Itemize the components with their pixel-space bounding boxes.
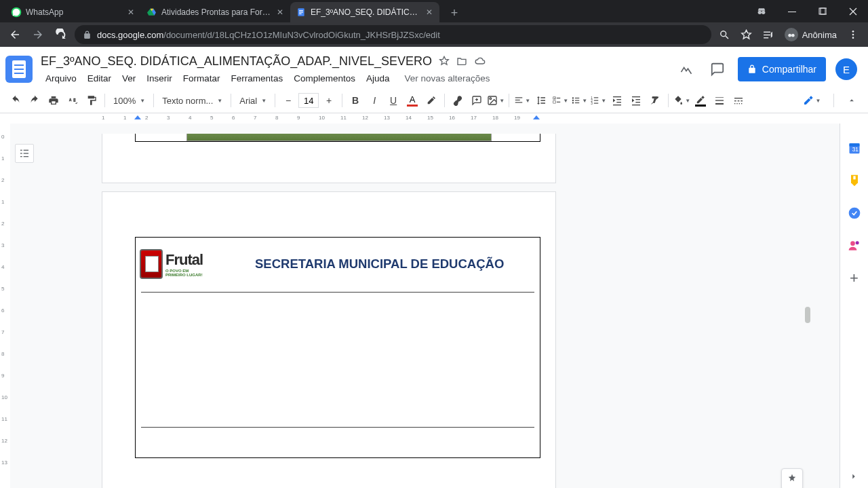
text-color-button[interactable]: A (403, 92, 421, 109)
document-title[interactable]: EF_3ºANO_SEQ. DIDÁTICA_ALIMENTAÇÃO_ADAP.… (41, 54, 432, 69)
menu-arquivo[interactable]: Arquivo (41, 72, 81, 85)
clear-formatting-button[interactable] (646, 92, 664, 109)
bulleted-list-button[interactable]: ▼ (570, 92, 588, 109)
decrease-font-button[interactable]: − (279, 92, 297, 109)
line-spacing-button[interactable] (532, 92, 550, 109)
toolbar: 100%▼ Texto norm...▼ Arial▼ − 14 + B I U… (0, 88, 868, 113)
menu-ferramentas[interactable]: Ferramentas (226, 72, 288, 85)
menu-inserir[interactable]: Inserir (142, 72, 177, 85)
browser-menu-button[interactable] (844, 25, 863, 44)
svg-point-14 (791, 34, 795, 37)
maximize-button[interactable] (807, 0, 837, 22)
calendar-icon[interactable]: 31 (848, 141, 861, 155)
editing-mode-button[interactable]: ▼ (798, 91, 825, 110)
zoom-icon[interactable] (715, 25, 734, 44)
insert-link-button[interactable] (449, 92, 467, 109)
share-button[interactable]: Compartilhar (738, 57, 826, 81)
font-select[interactable]: Arial▼ (235, 92, 271, 109)
undo-button[interactable] (7, 92, 24, 109)
lock-icon (83, 31, 92, 39)
italic-button[interactable]: I (366, 92, 383, 109)
styles-select[interactable]: Texto norm...▼ (158, 92, 226, 109)
zoom-select[interactable]: 100%▼ (109, 92, 149, 109)
cloud-icon[interactable] (474, 56, 486, 67)
reading-list-icon[interactable] (759, 25, 778, 44)
insert-comment-button[interactable] (468, 92, 486, 109)
svg-point-69 (850, 241, 855, 246)
add-addon-button[interactable]: + (848, 271, 861, 285)
browser-tab-drive[interactable]: Atividades Prontas para Formata ✕ (141, 2, 290, 22)
scrollbar-thumb[interactable] (805, 307, 810, 323)
ruler-tick: 8 (275, 115, 278, 121)
menu-complementos[interactable]: Complementos (289, 72, 360, 85)
move-icon[interactable] (456, 56, 467, 67)
contacts-icon[interactable] (848, 239, 861, 252)
right-margin-marker[interactable] (533, 115, 540, 119)
horizontal-ruler[interactable]: 112345678910111213141516171819 (0, 113, 868, 124)
bold-button[interactable]: B (347, 92, 364, 109)
paint-format-button[interactable] (83, 92, 100, 109)
align-button[interactable]: ▼ (513, 92, 531, 109)
bookmark-icon[interactable] (737, 25, 756, 44)
incognito-icon[interactable] (746, 0, 776, 22)
document-page-prev[interactable] (102, 134, 556, 183)
omnibox[interactable]: docs.google.com/document/d/18LqCHz1O1zMI… (75, 25, 711, 44)
browser-tab-docs[interactable]: EF_3ºANO_SEQ. DIDÁTICA_ALIME ✕ (290, 2, 439, 22)
numbered-list-button[interactable]: 123▼ (589, 92, 607, 109)
reload-button[interactable] (52, 25, 71, 44)
keep-icon[interactable] (848, 174, 861, 187)
canvas-area[interactable]: 01212345678910111213 Frutal O (0, 124, 840, 488)
forward-button[interactable] (28, 25, 47, 44)
menu-ajuda[interactable]: Ajuda (361, 72, 395, 85)
see-changes-link[interactable]: Ver novas alterações (399, 72, 494, 85)
border-color-button[interactable] (692, 92, 709, 109)
svg-rect-8 (819, 8, 825, 14)
back-button[interactable] (5, 25, 24, 44)
font-size-input[interactable]: 14 (298, 93, 319, 108)
menu-formatar[interactable]: Formatar (178, 72, 225, 85)
explore-button[interactable] (781, 468, 803, 488)
chevron-down-icon: ▼ (499, 98, 505, 104)
account-avatar[interactable]: E (835, 58, 857, 80)
insert-image-button[interactable]: ▼ (487, 92, 505, 109)
fill-color-button[interactable]: ▼ (673, 92, 690, 109)
decrease-indent-button[interactable] (608, 92, 626, 109)
crest-icon (140, 249, 163, 279)
increase-indent-button[interactable] (627, 92, 645, 109)
tasks-icon[interactable] (848, 206, 861, 220)
url-host: docs.google.com (97, 30, 163, 40)
border-width-button[interactable] (711, 92, 728, 109)
menu-ver[interactable]: Ver (117, 72, 140, 85)
new-tab-button[interactable]: + (445, 3, 464, 22)
close-icon[interactable]: ✕ (425, 7, 434, 17)
svg-rect-41 (617, 102, 622, 102)
print-button[interactable] (45, 92, 62, 109)
underline-button[interactable]: U (384, 92, 402, 109)
org-name: Frutal (165, 251, 203, 269)
left-margin-marker[interactable] (134, 115, 141, 119)
hide-side-panel-button[interactable] (849, 472, 859, 481)
spellcheck-button[interactable] (64, 92, 81, 109)
star-icon[interactable] (439, 56, 450, 67)
collapse-toolbar-button[interactable] (842, 91, 861, 110)
ruler-tick: 4 (189, 115, 191, 121)
ruler-tick: 11 (340, 115, 347, 121)
ruler-tick: 16 (449, 115, 455, 121)
comments-icon[interactable] (707, 58, 728, 80)
checklist-button[interactable]: ▼ (551, 92, 569, 109)
close-icon[interactable]: ✕ (126, 7, 136, 17)
close-window-button[interactable] (837, 0, 868, 22)
border-dash-button[interactable] (730, 92, 747, 109)
docs-logo[interactable] (5, 56, 33, 83)
embedded-image[interactable] (186, 134, 492, 141)
document-page[interactable]: Frutal O POVO EM PRIMEIRO LUGAR! SECRETA… (102, 191, 556, 488)
close-icon[interactable]: ✕ (275, 7, 285, 17)
profile-chip[interactable]: Anônima (781, 25, 841, 44)
redo-button[interactable] (26, 92, 43, 109)
increase-font-button[interactable]: + (320, 92, 338, 109)
menu-editar[interactable]: Editar (83, 72, 116, 85)
highlight-button[interactable] (422, 92, 440, 109)
browser-tab-whatsapp[interactable]: WhatsApp ✕ (5, 2, 141, 22)
minimize-button[interactable] (776, 0, 807, 22)
activity-icon[interactable] (675, 58, 697, 80)
